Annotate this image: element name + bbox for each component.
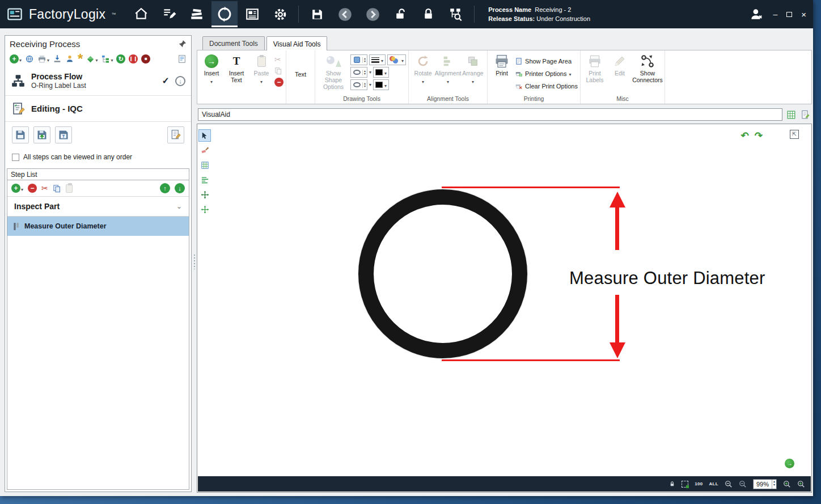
spinner[interactable]	[362, 57, 367, 63]
text-button[interactable]: Text	[289, 52, 312, 95]
link-button[interactable]	[25, 54, 34, 63]
edit-visual-aid-button[interactable]	[799, 109, 811, 120]
add-step-button[interactable]: +	[11, 184, 23, 193]
dimension-arrow-up-shaft[interactable]	[615, 207, 619, 250]
redo-button[interactable]	[755, 130, 763, 142]
step-row-selected[interactable]: Measure Outer Diameter	[7, 217, 189, 236]
print-process-button[interactable]	[37, 54, 49, 63]
line-weight-button[interactable]	[369, 54, 386, 65]
zoom-out-button[interactable]	[725, 480, 733, 488]
logoff-user-button[interactable]	[749, 7, 764, 22]
rectangle-shape-combo[interactable]	[350, 54, 367, 65]
pause-button[interactable]: ❙❙	[129, 54, 138, 63]
ellipse-shape-combo-2[interactable]	[350, 79, 367, 90]
pin-panel-button[interactable]	[179, 40, 187, 48]
fill-style-dropdown[interactable]	[369, 82, 371, 87]
spinner[interactable]	[362, 70, 367, 75]
edit-button[interactable]: Edit	[608, 52, 632, 95]
fullscreen-button[interactable]	[790, 130, 799, 139]
remove-step-button[interactable]: −	[28, 184, 37, 193]
show-connectors-button[interactable]: Show Connectors	[633, 52, 662, 95]
zoom-100-button[interactable]: 100	[695, 481, 702, 486]
copy-step-button[interactable]	[53, 184, 61, 193]
fill-color-combo[interactable]	[373, 79, 389, 90]
zoom-in-button[interactable]	[783, 480, 791, 488]
step-group-row[interactable]: Inspect Part ⌄	[7, 196, 189, 217]
grid-view-button[interactable]	[785, 109, 797, 120]
hierarchy-button[interactable]	[101, 54, 113, 63]
minimize-button[interactable]	[773, 10, 777, 19]
insert-button[interactable]: Insert	[200, 52, 223, 95]
tab-document-tools[interactable]: Document Tools	[202, 36, 265, 50]
fit-view-button[interactable]	[785, 459, 794, 468]
zoom-spinner[interactable]	[772, 480, 776, 489]
arrange-button[interactable]: Arrange	[461, 52, 485, 95]
close-button[interactable]	[801, 10, 806, 19]
dimension-line-top[interactable]	[442, 187, 620, 188]
forward-button[interactable]	[359, 1, 386, 27]
import-button[interactable]	[53, 54, 62, 63]
zoom-out-step-button[interactable]	[739, 480, 747, 488]
dimension-line-bottom[interactable]	[442, 359, 620, 361]
dimension-arrow-down-head[interactable]	[610, 342, 625, 358]
home-button[interactable]	[128, 1, 154, 27]
documents-button[interactable]	[239, 1, 265, 27]
printer-options-button[interactable]: Printer Options	[515, 69, 578, 79]
print-labels-button[interactable]: Print Labels	[583, 52, 607, 95]
process-sync-button[interactable]	[211, 1, 238, 27]
print-button[interactable]: Print	[490, 52, 514, 95]
cut-button[interactable]	[274, 55, 283, 64]
stop-button[interactable]: ■	[141, 54, 150, 63]
line-style-dropdown[interactable]	[369, 70, 371, 75]
assign-user-button[interactable]	[65, 54, 74, 63]
maximize-button[interactable]	[786, 12, 792, 17]
report-form-button[interactable]	[177, 54, 187, 63]
save-import-button[interactable]	[33, 126, 50, 143]
spinner[interactable]	[362, 82, 367, 88]
stroke-color-combo[interactable]	[373, 67, 389, 78]
refresh-button[interactable]	[116, 54, 125, 63]
alignment-button[interactable]: Alignment	[436, 52, 460, 95]
unlock-button[interactable]	[387, 1, 413, 27]
tab-visual-aid-tools[interactable]: Visual Aid Tools	[266, 36, 328, 50]
panel-splitter[interactable]	[193, 35, 196, 492]
shape-style-button[interactable]	[387, 54, 406, 65]
lock-button[interactable]	[415, 1, 441, 27]
delete-button[interactable]: −	[274, 78, 283, 87]
undo-button[interactable]	[741, 130, 749, 142]
format-painter-button[interactable]	[199, 145, 210, 156]
annotation-text[interactable]: Measure Outer Diameter	[569, 268, 765, 289]
library-button[interactable]	[184, 1, 210, 27]
settings-button[interactable]	[267, 1, 293, 27]
oring-image[interactable]	[358, 189, 527, 358]
lock-zoom-button[interactable]	[669, 481, 675, 488]
zoom-level-combo[interactable]: 99%	[753, 479, 777, 489]
collapse-flow-button[interactable]	[175, 76, 185, 86]
process-flow-row[interactable]: Process Flow O-Ring Label Last	[5, 66, 191, 96]
visual-aid-canvas[interactable]: Measure Outer Diameter 100 ALL 99%	[197, 124, 812, 493]
zoom-all-button[interactable]: ALL	[709, 481, 718, 486]
grid-toggle-button[interactable]	[199, 159, 210, 171]
dimension-arrow-up-head[interactable]	[610, 192, 625, 207]
move-step-up-button[interactable]	[160, 183, 170, 193]
add-process-button[interactable]: +	[10, 54, 22, 63]
edit-details-button[interactable]	[167, 126, 184, 143]
move-all-button[interactable]	[199, 204, 210, 215]
collapse-group-button[interactable]: ⌄	[176, 202, 182, 210]
ellipse-shape-combo[interactable]	[350, 67, 367, 78]
save-template-button[interactable]: T	[55, 126, 72, 143]
clear-print-options-button[interactable]: Clear Print Options	[515, 81, 578, 91]
paste-button[interactable]: Paste	[249, 52, 273, 95]
move-step-down-button[interactable]	[175, 183, 185, 193]
cut-step-button[interactable]	[41, 184, 48, 193]
process-search-button[interactable]	[443, 1, 469, 27]
select-tool-button[interactable]	[199, 130, 210, 141]
insert-text-button[interactable]: T Insert Text	[225, 52, 248, 95]
move-anchor-button[interactable]	[199, 189, 210, 200]
snap-lines-button[interactable]	[199, 174, 210, 185]
paste-step-button[interactable]	[66, 184, 73, 193]
selection-zoom-button[interactable]	[682, 481, 688, 488]
save-process-button[interactable]	[12, 126, 29, 143]
show-shape-options-button[interactable]: Show Shape Options	[318, 52, 349, 95]
rotate-button[interactable]: Rotate	[411, 52, 435, 95]
